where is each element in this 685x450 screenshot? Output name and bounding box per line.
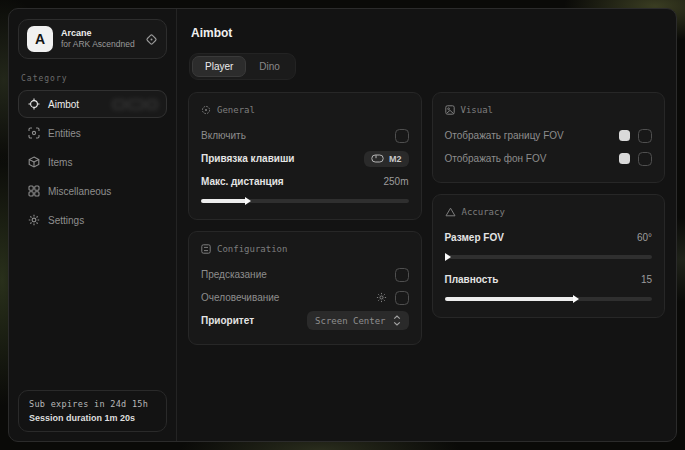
priority-value: Screen Center bbox=[315, 316, 385, 326]
sidebar-item-aimbot[interactable]: Aimbot bbox=[18, 90, 167, 118]
card-accuracy: Accuracy Размер FOV 60° Плавность 15 bbox=[432, 194, 666, 318]
enable-checkbox[interactable] bbox=[395, 129, 409, 143]
scan-icon bbox=[27, 127, 40, 139]
brand-card: A Arcane for ARK Ascendned bbox=[18, 19, 167, 59]
page-title: Aimbot bbox=[191, 26, 665, 40]
slider-track bbox=[445, 255, 653, 259]
priority-label: Приоритет bbox=[201, 315, 254, 326]
card-title: General bbox=[217, 105, 255, 115]
distance-label: Макс. дистанция bbox=[201, 176, 284, 187]
mouse-icon bbox=[371, 154, 384, 163]
card-visual: Visual Отображать границу FOV Отображать… bbox=[432, 92, 666, 183]
sidebar-nav: Aimbot Entities Items bbox=[18, 90, 167, 234]
fov-background-color-swatch[interactable] bbox=[619, 153, 630, 164]
fov-border-label: Отображать границу FOV bbox=[445, 130, 564, 141]
card-configuration: Configuration Предсказание Очеловечивани… bbox=[188, 231, 422, 345]
session-duration-text: Session duration 1m 20s bbox=[29, 413, 156, 423]
gear-icon[interactable] bbox=[376, 292, 387, 303]
row-fov-size: Размер FOV 60° bbox=[445, 226, 653, 249]
enable-label: Включить bbox=[201, 130, 246, 141]
fov-border-color-swatch[interactable] bbox=[619, 130, 630, 141]
sidebar-item-entities[interactable]: Entities bbox=[18, 119, 167, 147]
slider-thumb[interactable] bbox=[245, 197, 251, 205]
smoothness-label: Плавность bbox=[445, 274, 499, 285]
row-enable: Включить bbox=[201, 124, 409, 147]
fov-size-label: Размер FOV bbox=[445, 232, 504, 243]
unfold-icon bbox=[393, 315, 401, 326]
slider-fill bbox=[201, 199, 247, 204]
slider-fill bbox=[445, 297, 576, 302]
row-humanization: Очеловечивание bbox=[201, 286, 409, 309]
fov-border-checkbox[interactable] bbox=[638, 129, 652, 143]
fov-background-checkbox[interactable] bbox=[638, 152, 652, 166]
priority-select[interactable]: Screen Center bbox=[307, 311, 408, 330]
card-general: General Включить Привязка клавиши bbox=[188, 92, 422, 220]
distance-value: 250m bbox=[383, 176, 408, 187]
tab-bar: Player Dino bbox=[189, 53, 296, 80]
distance-slider[interactable] bbox=[201, 196, 409, 206]
tab-player[interactable]: Player bbox=[192, 56, 246, 77]
smoothness-slider[interactable] bbox=[445, 294, 653, 304]
sliders-icon bbox=[201, 244, 211, 254]
fov-size-value: 60° bbox=[637, 232, 652, 243]
image-icon bbox=[445, 105, 455, 115]
keybind-label: Привязка клавиши bbox=[201, 153, 294, 164]
sidebar-item-label: Entities bbox=[48, 128, 81, 139]
crosshair-icon bbox=[27, 98, 40, 110]
row-keybind: Привязка клавиши M2 bbox=[201, 147, 409, 170]
prediction-label: Предсказание bbox=[201, 269, 267, 280]
triangle-icon bbox=[445, 207, 456, 217]
prediction-checkbox[interactable] bbox=[395, 268, 409, 282]
slider-thumb[interactable] bbox=[445, 253, 451, 261]
sidebar-item-miscellaneous[interactable]: Miscellaneous bbox=[18, 177, 167, 205]
sidebar-item-label: Settings bbox=[48, 215, 84, 226]
subscription-card: Sub expires in 24d 15h Session duration … bbox=[18, 390, 167, 432]
fov-background-label: Отображать фон FOV bbox=[445, 153, 547, 164]
keybind-value: M2 bbox=[389, 154, 402, 164]
gear-icon bbox=[27, 214, 40, 226]
sidebar-item-label: Miscellaneous bbox=[48, 186, 111, 197]
smoothness-value: 15 bbox=[641, 274, 652, 285]
grid-icon bbox=[27, 185, 40, 197]
humanization-label: Очеловечивание bbox=[201, 292, 279, 303]
row-distance: Макс. дистанция 250m bbox=[201, 170, 409, 193]
sidebar-item-settings[interactable]: Settings bbox=[18, 206, 167, 234]
keybind-button[interactable]: M2 bbox=[364, 151, 409, 167]
row-fov-background: Отображать фон FOV bbox=[445, 147, 653, 170]
row-fov-border: Отображать границу FOV bbox=[445, 124, 653, 147]
sidebar: A Arcane for ARK Ascendned Category bbox=[9, 9, 177, 441]
row-prediction: Предсказание bbox=[201, 263, 409, 286]
app-window: A Arcane for ARK Ascendned Category bbox=[8, 8, 677, 442]
package-icon bbox=[27, 156, 40, 168]
tab-dino[interactable]: Dino bbox=[246, 56, 293, 77]
brand-text: Arcane for ARK Ascendned bbox=[61, 28, 137, 50]
sidebar-item-items[interactable]: Items bbox=[18, 148, 167, 176]
target-icon bbox=[201, 105, 211, 115]
app-subtitle: for ARK Ascendned bbox=[61, 39, 137, 50]
card-title: Visual bbox=[461, 105, 494, 115]
fov-size-slider[interactable] bbox=[445, 252, 653, 262]
app-name: Arcane bbox=[61, 28, 137, 39]
row-smoothness: Плавность 15 bbox=[445, 268, 653, 291]
sidebar-item-label: Aimbot bbox=[48, 99, 79, 110]
row-priority: Приоритет Screen Center bbox=[201, 309, 409, 332]
card-title: Configuration bbox=[217, 244, 287, 254]
slider-thumb[interactable] bbox=[573, 295, 579, 303]
card-title: Accuracy bbox=[462, 207, 505, 217]
humanization-checkbox[interactable] bbox=[395, 291, 409, 305]
sub-expires-text: Sub expires in 24d 15h bbox=[29, 399, 156, 409]
blurred-watermark bbox=[113, 100, 157, 109]
app-logo: A bbox=[27, 26, 53, 52]
category-label: Category bbox=[21, 74, 164, 83]
main-content: Aimbot Player Dino General bbox=[177, 9, 676, 441]
theme-diamond-icon[interactable] bbox=[145, 33, 158, 46]
sidebar-item-label: Items bbox=[48, 157, 72, 168]
